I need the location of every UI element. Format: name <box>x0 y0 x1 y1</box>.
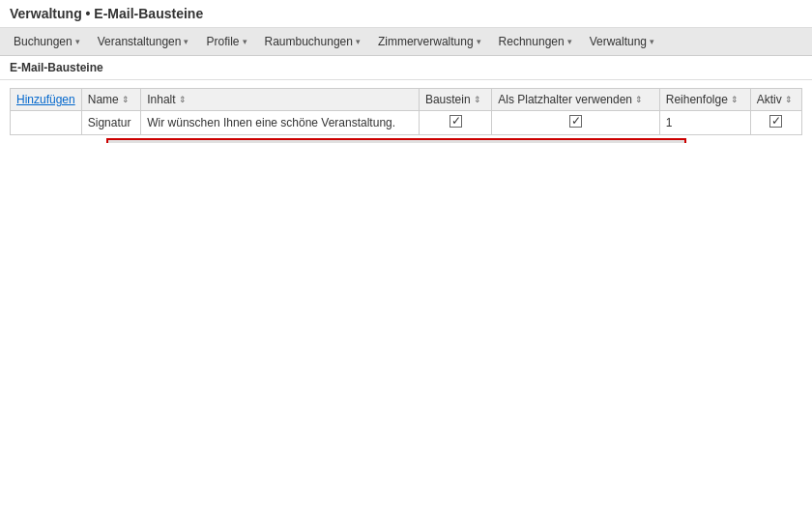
nav-buchungen-label: Buchungen <box>14 35 72 48</box>
add-link[interactable]: Hinzufügen <box>16 93 75 106</box>
nav-profile-arrow: ▾ <box>243 37 247 46</box>
main-content: Hinzufügen Name ⇕ Inhalt ⇕ Baus <box>0 80 812 143</box>
th-platzhalter-label: Als Platzhalter verwenden <box>498 93 632 106</box>
th-inhalt[interactable]: Inhalt ⇕ <box>141 89 420 111</box>
row-inhalt: Wir wünschen Ihnen eine schöne Veranstal… <box>141 111 420 135</box>
th-baustein-sort-icon: ⇕ <box>474 95 481 104</box>
row-empty-col <box>11 111 82 135</box>
page-header: Verwaltung • E-Mail-Bausteine <box>0 0 812 28</box>
th-name-label: Name <box>88 93 119 106</box>
th-aktiv[interactable]: Aktiv ⇕ <box>750 89 801 111</box>
row-reihenfolge: 1 <box>659 111 750 135</box>
nav-profile-label: Profile <box>206 35 239 48</box>
nav-profile[interactable]: Profile ▾ <box>198 31 254 52</box>
nav-raumbuchungen[interactable]: Raumbuchungen ▾ <box>257 31 368 52</box>
nav-verwaltung-arrow: ▾ <box>650 37 654 46</box>
nav-zimmerverwaltung-label: Zimmerverwaltung <box>378 35 474 48</box>
nav-veranstaltungen-arrow: ▾ <box>184 37 188 46</box>
email-bausteine-table: Hinzufügen Name ⇕ Inhalt ⇕ Baus <box>10 88 802 135</box>
nav-zimmerverwaltung-arrow: ▾ <box>477 37 481 46</box>
nav-rechnungen[interactable]: Rechnungen ▾ <box>491 31 580 52</box>
th-aktiv-label: Aktiv <box>757 93 782 106</box>
nav-buchungen[interactable]: Buchungen ▾ <box>6 31 88 52</box>
th-name[interactable]: Name ⇕ <box>81 89 141 111</box>
row-name: Signatur <box>81 111 141 135</box>
nav-rechnungen-arrow: ▾ <box>567 37 572 46</box>
th-reihenfolge[interactable]: Reihenfolge ⇕ <box>659 89 750 111</box>
row-baustein-check <box>450 115 462 128</box>
th-aktiv-sort-icon: ⇕ <box>785 95 793 104</box>
nav-zimmerverwaltung[interactable]: Zimmerverwaltung ▾ <box>370 31 489 52</box>
row-platzhalter <box>492 111 660 135</box>
nav-veranstaltungen-label: Veranstaltungen <box>98 35 182 48</box>
row-platzhalter-check <box>569 115 582 128</box>
modal-dialog: E-Mail-Baustein × Name:* Inhalt: ✎ I <box>106 138 686 143</box>
nav-raumbuchungen-label: Raumbuchungen <box>265 35 353 48</box>
nav-verwaltung-label: Verwaltung <box>590 35 647 48</box>
row-baustein <box>419 111 491 135</box>
nav-verwaltung[interactable]: Verwaltung ▾ <box>582 31 662 52</box>
th-hinzufugen: Hinzufügen <box>11 89 82 111</box>
th-name-sort-icon: ⇕ <box>122 95 130 104</box>
nav-rechnungen-label: Rechnungen <box>499 35 565 48</box>
th-inhalt-label: Inhalt <box>147 93 175 106</box>
row-aktiv-check <box>769 115 782 128</box>
section-title: E-Mail-Bausteine <box>10 61 103 74</box>
section-title-bar: E-Mail-Bausteine <box>0 56 812 80</box>
th-platzhalter-sort-icon: ⇕ <box>635 95 643 104</box>
modal-titlebar: E-Mail-Baustein × <box>108 140 684 143</box>
th-reihenfolge-sort-icon: ⇕ <box>731 95 739 104</box>
table-row: Signatur Wir wünschen Ihnen eine schöne … <box>11 111 802 135</box>
page-title: Verwaltung • E-Mail-Bausteine <box>10 6 203 21</box>
th-reihenfolge-label: Reihenfolge <box>666 93 728 106</box>
th-baustein-label: Baustein <box>425 93 471 106</box>
row-aktiv <box>750 111 801 135</box>
nav-buchungen-arrow: ▾ <box>75 37 80 46</box>
nav-raumbuchungen-arrow: ▾ <box>356 37 361 46</box>
nav-bar: Buchungen ▾ Veranstaltungen ▾ Profile ▾ … <box>0 28 812 56</box>
th-inhalt-sort-icon: ⇕ <box>179 95 187 104</box>
th-platzhalter[interactable]: Als Platzhalter verwenden ⇕ <box>492 89 660 111</box>
nav-veranstaltungen[interactable]: Veranstaltungen ▾ <box>90 31 197 52</box>
th-baustein[interactable]: Baustein ⇕ <box>419 89 491 111</box>
